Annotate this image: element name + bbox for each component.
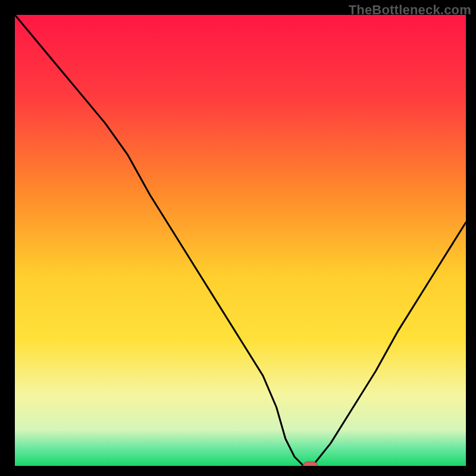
optimum-marker <box>303 462 318 466</box>
chart-frame: TheBottleneck.com <box>0 0 476 476</box>
bottleneck-chart <box>15 15 466 466</box>
gradient-background <box>15 15 466 466</box>
watermark-label: TheBottleneck.com <box>349 2 471 18</box>
